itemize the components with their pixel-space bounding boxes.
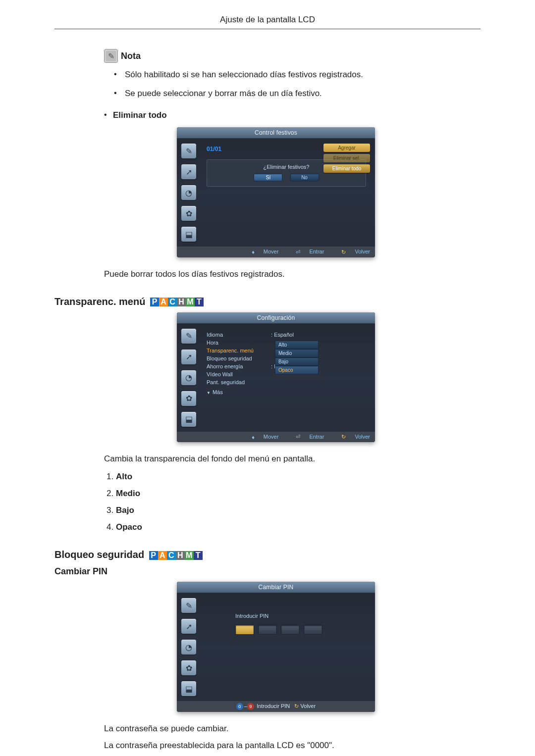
cfg-bloqueo[interactable]: Bloqueo seguridad — [207, 355, 271, 361]
opt-medio[interactable]: Medio — [275, 349, 319, 357]
osd-configuracion: Configuración ✎ ➚ ◔ ✿ ⬓ IdiomaEspañol Ho… — [177, 312, 375, 443]
opt-bajo[interactable]: Bajo — [275, 357, 319, 366]
pachmt-badge: PACHMT — [149, 551, 203, 560]
arrow-icon[interactable]: ➚ — [181, 164, 196, 179]
gear-icon[interactable]: ✿ — [181, 206, 196, 221]
cfg-idioma[interactable]: Idioma — [207, 332, 271, 338]
introducir-pin-label: Introducir PIN — [235, 613, 268, 619]
osd-control-festivos: Control festivos ✎ ➚ ◔ ✿ ⬓ 01/01 Agregar… — [177, 127, 375, 257]
dialog-no-button[interactable]: No — [290, 174, 319, 181]
osd-sidebar: ✎ ➚ ◔ ✿ ⬓ — [177, 324, 201, 432]
cfg-ahorro[interactable]: Ahorro energía — [207, 363, 271, 369]
cfg-hora[interactable]: Hora — [207, 340, 271, 346]
brush-icon[interactable]: ✎ — [181, 329, 196, 344]
osd-title: Configuración — [177, 312, 375, 324]
cfg-video[interactable]: Vídeo Wall — [207, 371, 271, 377]
list-medio: Medio — [116, 489, 140, 498]
transparenc-heading: Transparenc. menú PACHMT — [54, 296, 481, 307]
cfg-transparenc[interactable]: Transparenc. menú — [207, 348, 271, 353]
chart-icon[interactable]: ⬓ — [181, 412, 196, 427]
osd-title: Cambiar PIN — [177, 582, 375, 593]
dialog-yes-button[interactable]: Sí — [254, 174, 282, 181]
note-row: ✎ Nota — [104, 49, 481, 63]
osd-title: Control festivos — [177, 127, 375, 139]
osd-sidebar: ✎ ➚ ◔ ✿ ⬓ — [177, 593, 201, 701]
num-icon: 9 — [247, 703, 254, 710]
cfg-idioma-val: Español — [271, 332, 294, 338]
pin-text-2: La contraseña preestablecida para la pan… — [104, 741, 481, 751]
note-item: Se puede seleccionar y borrar más de un … — [114, 89, 481, 99]
note-list: Sólo habilitado si se han seleccionado d… — [114, 70, 481, 99]
pin-box-2[interactable] — [258, 625, 277, 635]
note-icon: ✎ — [104, 49, 118, 63]
chart-icon[interactable]: ⬓ — [181, 227, 196, 242]
eliminar-todo-button[interactable]: Eliminar todo — [323, 164, 370, 173]
cfg-pant[interactable]: Pant. seguridad — [207, 379, 271, 385]
opt-alto[interactable]: Alto — [275, 341, 319, 349]
bloqueo-heading: Bloqueo seguridad PACHMT — [54, 549, 481, 560]
circle-icon[interactable]: ◔ — [181, 370, 196, 385]
list-alto: Alto — [116, 472, 132, 481]
circle-icon[interactable]: ◔ — [181, 185, 196, 200]
circle-icon[interactable]: ◔ — [181, 640, 196, 655]
arrow-icon[interactable]: ➚ — [181, 350, 196, 364]
eliminar-caption: Puede borrar todos los días festivos reg… — [104, 269, 481, 279]
pin-input-boxes[interactable] — [235, 625, 322, 635]
chart-icon[interactable]: ⬓ — [181, 681, 196, 696]
cambiar-pin-heading: Cambiar PIN — [54, 566, 481, 577]
list-bajo: Bajo — [116, 505, 134, 515]
eliminar-bullet: Eliminar todo — [104, 110, 481, 120]
pin-text-1: La contraseña se puede cambiar. — [104, 724, 481, 734]
page-header: Ajuste de la pantalla LCD — [54, 15, 481, 29]
mas-row[interactable]: ▼Más — [203, 389, 370, 395]
note-item: Sólo habilitado si se han seleccionado d… — [114, 70, 481, 80]
pachmt-badge: PACHMT — [150, 298, 204, 306]
osd-footer: ♦Mover ⏎Entrar ↻Volver — [177, 432, 375, 443]
transparency-options: Alto Medio Bajo Opaco — [275, 341, 319, 374]
arrow-icon[interactable]: ➚ — [181, 619, 196, 634]
note-label: Nota — [121, 51, 141, 61]
pin-box-4[interactable] — [304, 625, 322, 635]
num-icon: 0 — [236, 703, 243, 710]
osd-footer: ♦Mover ⏎Entrar ↻Volver — [177, 247, 375, 257]
brush-icon[interactable]: ✎ — [181, 598, 196, 613]
transparency-numbered-list: Alto Medio Bajo Opaco — [104, 472, 481, 532]
agregar-button[interactable]: Agregar — [323, 144, 370, 152]
osd-cambiar-pin: Cambiar PIN ✎ ➚ ◔ ✿ ⬓ Introducir PIN — [177, 582, 375, 712]
osd-footer: 0–9 Introducir PIN ↻ Volver — [177, 701, 375, 712]
pin-box-1[interactable] — [235, 625, 254, 635]
eliminar-todo-label: Eliminar todo — [113, 110, 167, 120]
pin-box-3[interactable] — [281, 625, 300, 635]
opt-opaco[interactable]: Opaco — [275, 366, 319, 374]
list-opaco: Opaco — [116, 522, 142, 532]
gear-icon[interactable]: ✿ — [181, 391, 196, 406]
eliminar-sel-button[interactable]: Eliminar sel. — [323, 154, 370, 162]
transparenc-caption: Cambia la transparencia del fondo del me… — [104, 454, 481, 464]
osd-sidebar: ✎ ➚ ◔ ✿ ⬓ — [177, 139, 201, 247]
brush-icon[interactable]: ✎ — [181, 144, 196, 158]
header-divider — [54, 29, 481, 29]
gear-icon[interactable]: ✿ — [181, 660, 196, 675]
